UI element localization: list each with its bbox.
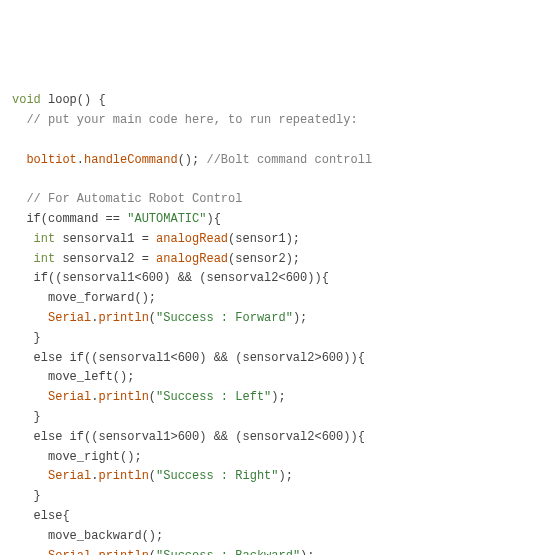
brace-close: } bbox=[34, 410, 41, 424]
brace-open: { bbox=[62, 509, 69, 523]
keyword-elseif: else if bbox=[34, 430, 84, 444]
method-handlecommand: handleCommand bbox=[84, 153, 178, 167]
object-serial: Serial bbox=[48, 469, 91, 483]
object-boltiot: boltiot bbox=[26, 153, 76, 167]
keyword-int: int bbox=[34, 252, 56, 266]
stmt-move-right: move_right(); bbox=[48, 450, 142, 464]
stmt-move-left: move_left(); bbox=[48, 370, 134, 384]
cond: (command == bbox=[41, 212, 127, 226]
paren-open: ( bbox=[149, 311, 156, 325]
object-serial: Serial bbox=[48, 549, 91, 555]
string-literal: "Success : Backward" bbox=[156, 549, 300, 555]
string-literal: "Success : Left" bbox=[156, 390, 271, 404]
method-println: println bbox=[98, 469, 148, 483]
keyword-int: int bbox=[34, 232, 56, 246]
cond: ((sensorval1<600) && (sensorval2<600)){ bbox=[48, 271, 329, 285]
brace-close: } bbox=[34, 489, 41, 503]
paren-open: ( bbox=[149, 390, 156, 404]
punct: () { bbox=[77, 93, 106, 107]
object-serial: Serial bbox=[48, 390, 91, 404]
stmt-move-forward: move_forward(); bbox=[48, 291, 156, 305]
cond-close: ){ bbox=[206, 212, 220, 226]
args: (sensor2); bbox=[228, 252, 300, 266]
fn-analogread: analogRead bbox=[156, 232, 228, 246]
comment: //Bolt command controll bbox=[199, 153, 372, 167]
paren-close: ); bbox=[293, 311, 307, 325]
keyword-if: if bbox=[26, 212, 40, 226]
brace-close: } bbox=[34, 331, 41, 345]
comment: // For Automatic Robot Control bbox=[26, 192, 242, 206]
paren-open: ( bbox=[149, 469, 156, 483]
method-println: println bbox=[98, 549, 148, 555]
keyword-if: if bbox=[34, 271, 48, 285]
fn-analogread: analogRead bbox=[156, 252, 228, 266]
method-println: println bbox=[98, 311, 148, 325]
cond: ((sensorval1<600) && (sensorval2>600)){ bbox=[84, 351, 365, 365]
function-name: loop bbox=[48, 93, 77, 107]
keyword-elseif: else if bbox=[34, 351, 84, 365]
dot: . bbox=[77, 153, 84, 167]
args: (sensor1); bbox=[228, 232, 300, 246]
cond: ((sensorval1>600) && (sensorval2<600)){ bbox=[84, 430, 365, 444]
comment: // put your main code here, to run repea… bbox=[26, 113, 357, 127]
method-println: println bbox=[98, 390, 148, 404]
stmt-move-backward: move_backward(); bbox=[48, 529, 163, 543]
var-decl: sensorval2 = bbox=[55, 252, 156, 266]
string-literal: "AUTOMATIC" bbox=[127, 212, 206, 226]
string-literal: "Success : Right" bbox=[156, 469, 278, 483]
paren-open: ( bbox=[149, 549, 156, 555]
paren-close: ); bbox=[271, 390, 285, 404]
keyword-void: void bbox=[12, 93, 41, 107]
var-decl: sensorval1 = bbox=[55, 232, 156, 246]
string-literal: "Success : Forward" bbox=[156, 311, 293, 325]
object-serial: Serial bbox=[48, 311, 91, 325]
paren-close: ); bbox=[278, 469, 292, 483]
keyword-else: else bbox=[34, 509, 63, 523]
code-snippet: void loop() { // put your main code here… bbox=[12, 91, 546, 555]
call-parens: (); bbox=[178, 153, 200, 167]
paren-close: ); bbox=[300, 549, 314, 555]
